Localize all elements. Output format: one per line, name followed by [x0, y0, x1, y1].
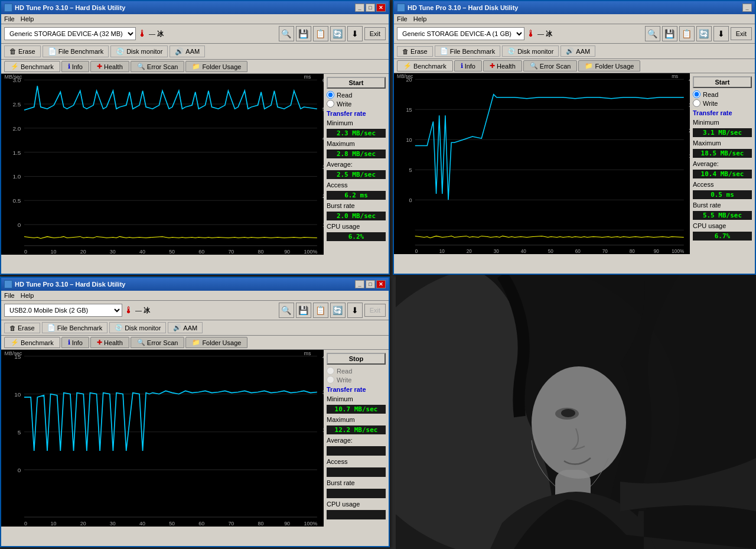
write-radio-3[interactable]: Write — [327, 376, 386, 384]
toolbar-btn-1a[interactable]: 🔍 — [279, 26, 294, 41]
start-btn-2[interactable]: Start — [693, 76, 752, 88]
maximize-btn-1[interactable]: □ — [366, 4, 375, 12]
subtab-info-1[interactable]: ℹ Info — [61, 61, 89, 72]
tab-aam-1[interactable]: 🔊 AAM — [170, 46, 205, 57]
erase-icon-3: 🗑 — [9, 324, 16, 332]
subtab-folder-3[interactable]: 📁 Folder Usage — [185, 337, 247, 348]
burst-label-1: Burst rate — [327, 202, 386, 209]
menu-file-1[interactable]: File — [4, 15, 15, 22]
svg-text:40: 40 — [689, 77, 690, 83]
subtab-benchmark-2[interactable]: ⚡ Benchmark — [397, 60, 453, 72]
read-radio-2[interactable]: Read — [693, 90, 752, 98]
tab-file-bench-2[interactable]: 📄 File Benchmark — [435, 46, 500, 57]
disk-mon-icon-1: 💿 — [116, 47, 125, 56]
subtab-folder-1[interactable]: 📁 Folder Usage — [185, 61, 247, 72]
toolbar-btn-1b[interactable]: 💾 — [296, 26, 311, 41]
subtab-health-3[interactable]: ✚ Health — [90, 337, 129, 348]
device-select-3[interactable]: USB2.0 Mobile Disk (2 GB) — [4, 304, 122, 317]
menu-help-3[interactable]: Help — [21, 292, 34, 299]
access-label-2: Access — [693, 181, 752, 188]
write-radio-1[interactable]: Write — [327, 100, 386, 108]
minimize-btn-2[interactable]: _ — [742, 4, 752, 12]
start-btn-1[interactable]: Start — [327, 77, 386, 89]
menubar-2: File Help — [394, 14, 755, 24]
toolbar-btn-2a[interactable]: 🔍 — [645, 26, 660, 41]
tab-file-bench-3[interactable]: 📄 File Benchmark — [42, 322, 107, 333]
burst-value-1: 2.0 MB/sec — [327, 212, 386, 220]
photo-image — [396, 275, 756, 549]
cpu-value-2: 6.7% — [693, 232, 752, 241]
chart-1: 3.0 2.5 2.0 1.5 1.0 0.5 0 60 50 40 30 20… — [1, 74, 324, 255]
minimize-btn-1[interactable]: _ — [355, 4, 364, 12]
toolbar-3: USB2.0 Mobile Disk (2 GB) 🌡 — 冰 🔍 💾 📋 🔄 … — [1, 301, 389, 320]
error-icon-2: 🔍 — [530, 62, 538, 70]
svg-text:5: 5 — [409, 167, 412, 173]
toolbar-btn-2c[interactable]: 📋 — [679, 26, 695, 41]
svg-text:MB/sec: MB/sec — [5, 350, 22, 356]
menu-help-2[interactable]: Help — [413, 15, 427, 22]
menu-file-3[interactable]: File — [4, 292, 15, 299]
menu-file-2[interactable]: File — [397, 15, 408, 22]
subtab-error-1[interactable]: 🔍 Error Scan — [131, 61, 185, 72]
tab-aam-2[interactable]: 🔊 AAM — [561, 46, 595, 57]
svg-rect-65 — [1, 350, 324, 527]
subtab-folder-2[interactable]: 📁 Folder Usage — [578, 60, 640, 72]
svg-text:70: 70 — [602, 249, 608, 254]
toolbar-btn-3c[interactable]: 📋 — [313, 303, 328, 318]
toolbar-btn-2d[interactable]: 🔄 — [696, 26, 712, 41]
read-radio-3[interactable]: Read — [327, 367, 386, 375]
tab-erase-3[interactable]: 🗑 Erase — [4, 323, 40, 333]
tab-disk-mon-3[interactable]: 💿 Disk monitor — [109, 322, 166, 333]
stop-btn-3[interactable]: Stop — [327, 353, 386, 365]
toolbar-btn-1d[interactable]: 🔄 — [330, 26, 346, 41]
subtab-health-2[interactable]: ✚ Health — [483, 60, 522, 72]
write-radio-2[interactable]: Write — [693, 99, 752, 107]
tab-disk-mon-1[interactable]: 💿 Disk monitor — [110, 46, 168, 57]
toolbar-btn-3e[interactable]: ⬇ — [347, 303, 363, 318]
exit-btn-1[interactable]: Exit — [364, 27, 386, 40]
tab-file-bench-1[interactable]: 📄 File Benchmark — [43, 46, 109, 57]
toolbar-btn-2e[interactable]: ⬇ — [713, 26, 729, 41]
maximize-btn-3[interactable]: □ — [366, 280, 375, 288]
menu-help-1[interactable]: Help — [21, 15, 34, 22]
svg-text:10: 10 — [51, 249, 57, 255]
device-select-2[interactable]: Generic STORAGE DEVICE-A (1 GB) — [397, 27, 524, 40]
toolbar-btn-3d[interactable]: 🔄 — [330, 303, 346, 318]
avg-label-2: Average: — [693, 160, 752, 167]
titlebar-1: HD Tune Pro 3.10 – Hard Disk Utility _ □… — [1, 1, 389, 14]
tab-aam-3[interactable]: 🔊 AAM — [168, 322, 203, 333]
svg-text:100%: 100% — [304, 249, 318, 255]
access-value-1: 6.2 ms — [327, 191, 386, 200]
toolbar-btn-3b[interactable]: 💾 — [296, 303, 311, 318]
close-btn-1[interactable]: ✕ — [376, 4, 386, 12]
close-btn-3[interactable]: ✕ — [376, 280, 386, 288]
subtabs-row-1: ⚡ Benchmark ℹ Info ✚ Health 🔍 Error Scan… — [1, 60, 389, 74]
subtab-health-1[interactable]: ✚ Health — [90, 61, 129, 72]
subtab-error-2[interactable]: 🔍 Error Scan — [523, 60, 578, 72]
max-label-2: Maximum — [693, 139, 752, 147]
exit-btn-2[interactable]: Exit — [731, 27, 752, 40]
subtab-benchmark-1[interactable]: ⚡ Benchmark — [4, 61, 60, 72]
minimize-btn-3[interactable]: _ — [355, 280, 364, 288]
menubar-1: File Help — [1, 14, 389, 24]
subtab-benchmark-3[interactable]: ⚡ Benchmark — [4, 337, 60, 348]
toolbar-btn-1e[interactable]: ⬇ — [347, 26, 363, 41]
device-select-1[interactable]: Generic STORAGE DEVICE-A (32 MB) — [4, 27, 136, 40]
max-value-1: 2.8 MB/sec — [327, 150, 386, 158]
read-radio-1[interactable]: Read — [327, 91, 386, 99]
max-label-3: Maximum — [327, 416, 386, 423]
toolbar-btn-3a[interactable]: 🔍 — [279, 303, 294, 318]
exit-btn-3[interactable]: Exit — [364, 304, 386, 317]
tab-disk-mon-2[interactable]: 💿 Disk monitor — [502, 46, 559, 57]
svg-text:90: 90 — [284, 249, 290, 255]
subtab-info-2[interactable]: ℹ Info — [454, 60, 482, 72]
erase-icon-2: 🗑 — [402, 48, 409, 55]
subtab-info-3[interactable]: ℹ Info — [61, 337, 89, 348]
svg-text:10: 10 — [322, 222, 324, 228]
subtabs-row-3: ⚡ Benchmark ℹ Info ✚ Health 🔍 Error Scan… — [1, 336, 389, 350]
toolbar-btn-1c[interactable]: 📋 — [313, 26, 328, 41]
subtab-error-3[interactable]: 🔍 Error Scan — [131, 337, 185, 348]
tab-erase-2[interactable]: 🗑 Erase — [397, 46, 433, 57]
toolbar-btn-2b[interactable]: 💾 — [662, 26, 677, 41]
tab-erase-1[interactable]: 🗑 Erase — [4, 46, 41, 57]
